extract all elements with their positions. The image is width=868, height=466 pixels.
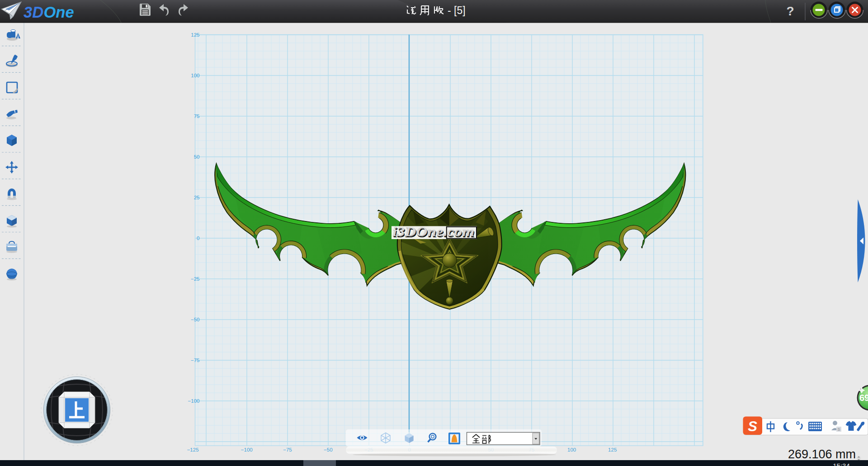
svg-text:100: 100 (567, 447, 576, 452)
svg-text:−50: −50 (324, 447, 333, 452)
svg-text:S: S (748, 419, 757, 434)
svg-text:One: One (44, 4, 74, 21)
svg-text:50: 50 (194, 154, 200, 160)
svg-text:- [5]: - [5] (448, 5, 466, 16)
svg-text:i3DOne.com: i3DOne.com (392, 225, 474, 239)
svg-text:75: 75 (194, 113, 200, 119)
svg-text:−25: −25 (191, 276, 200, 282)
svg-text:−100: −100 (188, 398, 200, 404)
svg-text:100: 100 (191, 73, 199, 78)
svg-text:−125: −125 (187, 447, 199, 452)
svg-text:−75: −75 (191, 358, 200, 363)
svg-text:S: S (837, 427, 840, 432)
svg-text:269.106 mm: 269.106 mm (788, 447, 856, 461)
svg-text:−100: −100 (241, 447, 253, 452)
svg-text:69: 69 (859, 393, 868, 403)
svg-text:−50: −50 (191, 317, 200, 322)
svg-text:3D: 3D (24, 4, 43, 21)
svg-text:15:34: 15:34 (833, 462, 850, 466)
svg-text:125: 125 (191, 32, 199, 38)
svg-text:125: 125 (608, 447, 617, 452)
svg-text:0: 0 (197, 235, 199, 241)
svg-text:−75: −75 (283, 447, 292, 452)
svg-text:?: ? (786, 4, 794, 18)
svg-text:25: 25 (194, 195, 200, 200)
